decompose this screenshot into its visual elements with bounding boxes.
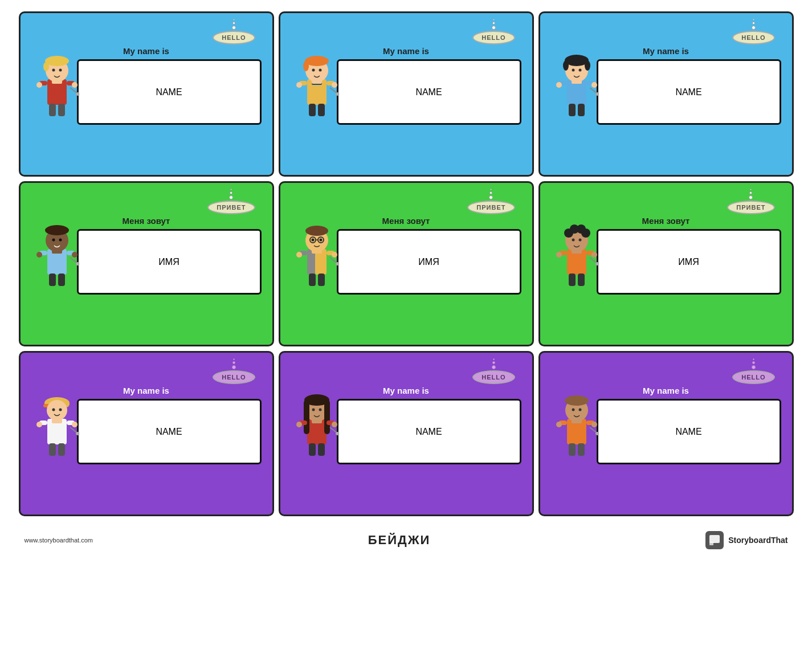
badge-card-green-2: ПРИВЕТ Меня зовут ИМЯ: [279, 181, 534, 346]
thought-dot-sm-3: [753, 19, 754, 21]
badge-card-blue-2: HELLO My name is NAME: [279, 11, 534, 177]
svg-rect-133: [572, 419, 582, 423]
svg-line-110: [70, 427, 77, 433]
thought-dot-sm-9: [753, 358, 754, 360]
thought-bubble-3: HELLO: [732, 19, 774, 44]
thought-dot-sm-7: [233, 358, 235, 360]
thought-dot-med-6: [749, 191, 752, 194]
svg-rect-28: [318, 104, 325, 116]
thought-text-1: HELLO: [213, 31, 255, 44]
thought-dots-4: [229, 189, 233, 199]
svg-point-19: [303, 61, 309, 71]
thought-dot-big-6: [749, 195, 753, 199]
svg-rect-70: [312, 249, 322, 254]
svg-point-56: [72, 252, 77, 258]
name-tag-wrap-4: ИМЯ: [77, 229, 262, 295]
thought-dot-big-5: [489, 195, 493, 199]
svg-point-131: [572, 409, 574, 411]
svg-rect-44: [578, 104, 585, 116]
svg-point-36: [572, 69, 574, 72]
svg-line-94: [590, 258, 597, 263]
footer-url: www.storyboardthat.com: [25, 537, 93, 544]
svg-rect-22: [312, 79, 322, 84]
svg-rect-6: [52, 79, 62, 84]
name-value-1: NAME: [156, 87, 182, 97]
name-tag-box-6: ИМЯ: [597, 229, 781, 295]
svg-point-42: [591, 82, 597, 88]
thought-bubble-2: HELLO: [472, 19, 515, 44]
name-tag-box-9: NAME: [597, 399, 781, 464]
name-value-9: NAME: [675, 427, 701, 437]
svg-rect-108: [49, 443, 56, 456]
svg-point-3: [43, 62, 49, 71]
character-1: [34, 39, 80, 119]
thought-dots-2: [492, 19, 496, 30]
thought-bubble-6: ПРИВЕТ: [727, 189, 774, 214]
svg-point-21: [319, 69, 321, 72]
svg-rect-38: [572, 79, 582, 84]
name-value-2: NAME: [415, 87, 442, 97]
svg-point-55: [36, 252, 42, 258]
thought-dot-big-4: [229, 195, 233, 199]
badge-card-purple-3: HELLO My name is NAME: [538, 351, 794, 516]
name-value-4: ИМЯ: [158, 257, 179, 267]
name-value-6: ИМЯ: [678, 257, 699, 267]
badge-card-green-1: ПРИВЕТ Меня зовут ИМЯ: [19, 181, 274, 346]
svg-rect-139: [578, 443, 585, 456]
svg-point-69: [319, 239, 322, 242]
character-5: [294, 209, 340, 289]
svg-point-117: [312, 409, 315, 411]
svg-point-35: [585, 60, 590, 71]
thought-text-4: ПРИВЕТ: [207, 201, 255, 214]
storyboardthat-label: StoryboardThat: [728, 536, 787, 545]
name-tag-wrap-3: NAME: [597, 59, 781, 125]
svg-rect-143: [709, 542, 713, 545]
svg-rect-115: [304, 400, 309, 434]
svg-rect-87: [572, 249, 582, 254]
thought-dot-sm-1: [233, 19, 235, 21]
svg-point-34: [563, 60, 569, 71]
thought-dot-big-9: [752, 365, 756, 369]
svg-rect-76: [318, 273, 325, 286]
character-4: [34, 209, 80, 289]
svg-rect-93: [578, 273, 585, 286]
thought-dots-6: [749, 189, 753, 199]
thought-dot-big-7: [232, 365, 236, 369]
thought-dot-med-8: [492, 361, 495, 364]
svg-point-132: [578, 409, 581, 411]
badge-card-blue-1: HELLO My name is NAME: [19, 11, 274, 177]
svg-point-49: [45, 225, 69, 235]
svg-rect-52: [52, 249, 62, 254]
name-tag-wrap-8: NAME: [337, 399, 521, 464]
svg-line-126: [330, 427, 337, 433]
svg-rect-116: [324, 400, 330, 434]
svg-rect-57: [49, 273, 56, 286]
svg-point-100: [47, 400, 67, 421]
thought-dot-med-9: [752, 361, 755, 364]
character-6: [554, 209, 599, 289]
svg-rect-109: [58, 443, 65, 456]
name-tag-wrap-1: NAME: [77, 59, 262, 125]
svg-point-51: [59, 239, 62, 242]
svg-rect-12: [58, 104, 65, 116]
thought-dot-med-1: [232, 22, 235, 25]
name-value-7: NAME: [156, 427, 182, 437]
name-tag-box-3: NAME: [597, 59, 781, 125]
svg-line-140: [590, 427, 597, 433]
svg-point-122: [296, 422, 302, 427]
badge-card-green-3: ПРИВЕТ Меня зовут ИМЯ: [538, 181, 794, 346]
svg-line-77: [330, 258, 337, 263]
name-value-5: ИМЯ: [418, 257, 439, 267]
svg-point-26: [332, 82, 337, 88]
thought-bubble-5: ПРИВЕТ: [467, 189, 515, 214]
thought-dot-sm-4: [230, 189, 232, 190]
svg-point-25: [296, 82, 302, 88]
svg-point-91: [591, 252, 597, 258]
thought-dot-big-2: [492, 26, 496, 30]
thought-dot-sm-2: [493, 19, 495, 21]
thought-bubble-7: HELLO: [213, 358, 255, 384]
svg-line-45: [590, 88, 597, 93]
svg-point-37: [578, 69, 581, 72]
thought-text-8: HELLO: [472, 370, 515, 384]
thought-dot-big-8: [492, 365, 496, 369]
